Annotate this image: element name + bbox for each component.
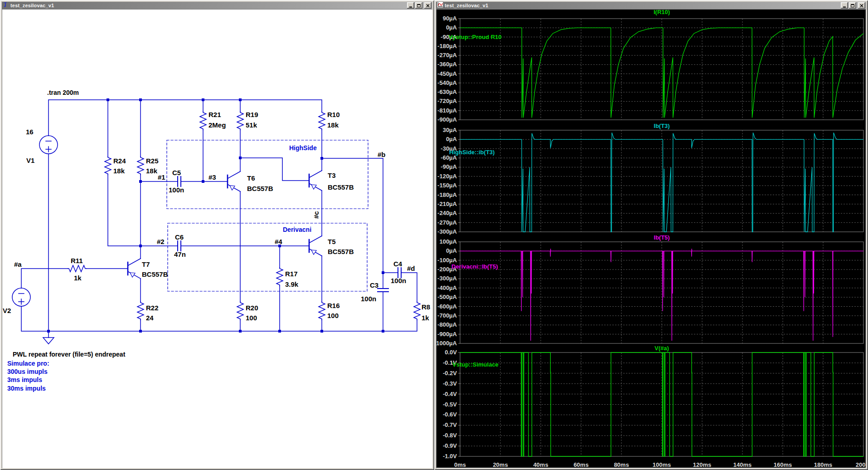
pane-title[interactable]: Ib(T5): [654, 234, 669, 241]
y-tick-label: -0.5V: [443, 401, 457, 408]
maximize-button[interactable]: [415, 2, 422, 9]
t3-ref[interactable]: T3: [328, 171, 336, 179]
note-line-3[interactable]: 30ms impuls: [7, 385, 46, 392]
v1-value-label[interactable]: 16: [26, 128, 34, 136]
pane-frame: [460, 19, 863, 120]
note-line-1[interactable]: 300us imupls: [7, 368, 48, 375]
trace-annotation[interactable]: Vystup::Proud R10: [449, 34, 502, 40]
voltage-source-V1[interactable]: [39, 136, 58, 154]
node-label-4[interactable]: #4: [275, 238, 282, 245]
v2-ref-label[interactable]: V2: [3, 307, 11, 314]
trace-annotation[interactable]: Vstup::Simulace: [452, 361, 499, 368]
derivacni-group-box[interactable]: [168, 223, 367, 291]
r24-val[interactable]: 18k: [113, 167, 125, 175]
note-line-0[interactable]: Simulace pro:: [7, 360, 49, 367]
minimize-button[interactable]: [407, 2, 414, 9]
highside-box-label[interactable]: HighSide: [289, 144, 317, 152]
c4-val[interactable]: 100n: [391, 277, 406, 284]
schematic-window-titlebar[interactable]: test_zesilovac_v1: [2, 2, 432, 9]
r22-ref[interactable]: R22: [146, 304, 159, 312]
r10-val[interactable]: 18k: [327, 121, 339, 129]
node-label-3[interactable]: #3: [209, 173, 216, 181]
t6-val[interactable]: BC557B: [247, 185, 273, 192]
maximize-button[interactable]: [849, 2, 856, 9]
r21-ref[interactable]: R21: [209, 111, 221, 118]
r17-val[interactable]: 3.9k: [285, 280, 299, 288]
node-label-2[interactable]: #2: [157, 238, 165, 245]
r21-val[interactable]: 2Meg: [209, 121, 226, 129]
c5-val[interactable]: 100n: [169, 186, 184, 194]
close-button[interactable]: [858, 2, 865, 9]
t3-val[interactable]: BC557B: [328, 183, 354, 191]
close-button[interactable]: [424, 2, 432, 9]
r20-ref[interactable]: R20: [246, 304, 258, 312]
r8-val[interactable]: 1k: [422, 314, 429, 322]
y-tick-label: -810µA: [437, 107, 457, 114]
pane-title[interactable]: Ib(T3): [654, 122, 669, 129]
transistor-bars[interactable]: [128, 174, 309, 275]
t5-ref[interactable]: T5: [328, 238, 336, 245]
r19-ref[interactable]: R19: [246, 111, 258, 118]
y-tick-label: -150µA: [437, 182, 457, 189]
waveform-window: test_zesilovac_v1 90µA0µA-90µA-180µA-270…: [434, 0, 868, 470]
note-line-2[interactable]: 3ms impuls: [7, 376, 42, 383]
x-tick-label: 200ms: [856, 461, 866, 468]
c4-ref[interactable]: C4: [393, 260, 402, 268]
r24-ref[interactable]: R24: [113, 157, 126, 165]
node-label-c[interactable]: #c: [312, 211, 320, 219]
t7-val[interactable]: BC557B: [142, 270, 168, 278]
t5-val[interactable]: BC557B: [328, 248, 354, 255]
waveform-window-titlebar[interactable]: test_zesilovac_v1: [436, 2, 866, 9]
y-tick-label: 0µA: [446, 247, 457, 254]
t6-ref[interactable]: T6: [247, 174, 255, 182]
derivacni-box-label[interactable]: Derivacni: [283, 226, 311, 233]
x-tick-label: 80ms: [614, 461, 629, 468]
y-tick-label: -0.4V: [443, 391, 457, 397]
pane-title[interactable]: V(#a): [655, 345, 669, 352]
pane-frame: [460, 242, 863, 343]
y-tick-label: -450µA: [437, 70, 457, 77]
r16-val[interactable]: 100: [327, 312, 339, 319]
node-label-d[interactable]: #d: [407, 264, 415, 272]
waveform-plot-area[interactable]: 90µA0µA-90µA-180µA-270µA-360µA-450µA-540…: [436, 9, 866, 468]
y-tick-label: -1000µA: [436, 340, 457, 347]
y-tick-label: -0.7V: [443, 421, 457, 428]
t7-ref[interactable]: T7: [142, 260, 150, 268]
r10-ref[interactable]: R10: [327, 111, 340, 118]
c6-val[interactable]: 47n: [174, 250, 186, 258]
r11-ref[interactable]: R11: [71, 257, 83, 264]
r25-val[interactable]: 18k: [146, 167, 158, 175]
voltage-source-V2[interactable]: [12, 288, 30, 306]
c3-ref[interactable]: C3: [370, 281, 378, 289]
r25-ref[interactable]: R25: [146, 157, 159, 165]
trace-annotation[interactable]: HighSide::ib(T3): [449, 149, 495, 156]
r16-ref[interactable]: R16: [327, 302, 340, 309]
r17-ref[interactable]: R17: [285, 270, 298, 278]
r22-val[interactable]: 24: [146, 314, 154, 322]
resistor-bodies[interactable]: [68, 112, 420, 320]
r8-ref[interactable]: R8: [422, 303, 430, 311]
r11-val[interactable]: 1k: [74, 274, 82, 282]
ground-symbol[interactable]: [43, 338, 54, 344]
c3-val[interactable]: 100n: [361, 295, 376, 303]
r20-val[interactable]: 100: [246, 314, 257, 322]
y-tick-label: -0.2V: [443, 370, 457, 377]
spice-directive[interactable]: .tran 200m: [47, 89, 79, 96]
node-label-b[interactable]: #b: [378, 151, 386, 158]
pane-title[interactable]: I(R10): [654, 9, 670, 15]
v1-ref-label[interactable]: V1: [26, 157, 34, 164]
highside-group-box[interactable]: [167, 140, 368, 209]
y-tick-label: -360µA: [437, 61, 457, 68]
trace-annotation[interactable]: Derivacni::Ib(T5): [451, 263, 498, 270]
schematic-canvas[interactable]: .tran 200m 16 V1 V2 R24 18k R25 18k R21 …: [2, 9, 432, 468]
y-tick-label: -180µA: [437, 43, 457, 49]
c5-ref[interactable]: C5: [172, 169, 181, 176]
pwl-directive[interactable]: PWL repeat forever (file=5) endrepeat: [13, 351, 126, 358]
c6-ref[interactable]: C6: [175, 233, 184, 241]
y-tick-label: 0.0V: [445, 349, 457, 356]
r19-val[interactable]: 51k: [246, 121, 257, 129]
node-label-a[interactable]: #a: [14, 260, 22, 268]
minimize-button[interactable]: [841, 2, 848, 9]
y-tick-label: -100µA: [437, 257, 457, 264]
node-label-1[interactable]: #1: [158, 173, 165, 181]
